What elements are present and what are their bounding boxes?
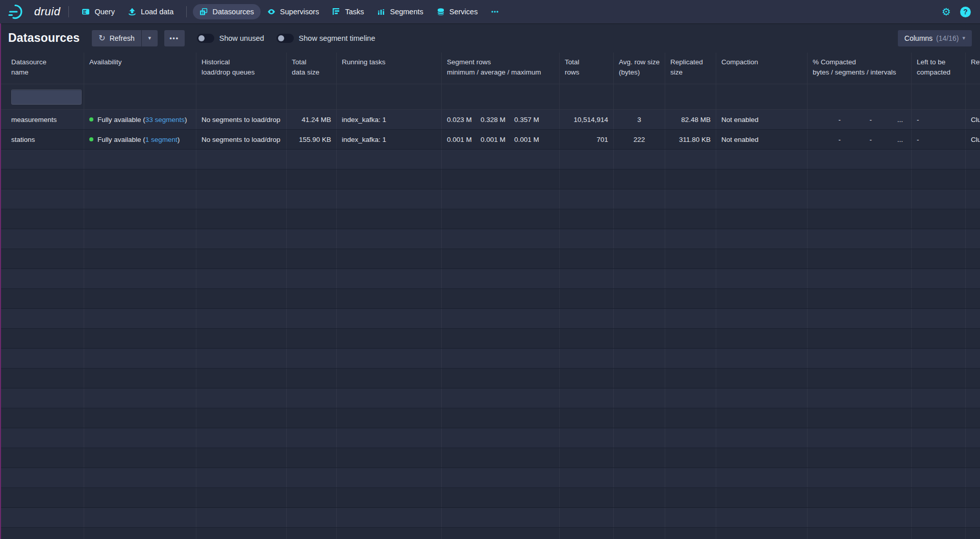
empty-cell [912, 369, 966, 388]
cell-pct-compacted: --... [808, 110, 912, 129]
column-header-retention[interactable]: Retention [966, 53, 980, 84]
column-header-line2: bytes / segments / intervals [813, 67, 906, 78]
show-unused-toggle[interactable]: Show unused [197, 34, 264, 43]
datasource-filter-input[interactable] [11, 89, 82, 105]
empty-cell [716, 428, 808, 448]
show-segment-timeline-toggle[interactable]: Show segment timeline [277, 34, 375, 43]
column-header-datasource[interactable]: Datasourcename [0, 53, 84, 84]
empty-cell [287, 408, 337, 428]
nav-divider [186, 6, 187, 17]
column-header-left-to-be[interactable]: Left to becompacted [912, 53, 966, 84]
column-header-line1: Historical [202, 57, 281, 67]
refresh-dropdown-button[interactable]: ▾ [142, 30, 158, 46]
empty-cell [196, 468, 287, 487]
empty-cell [442, 169, 560, 189]
empty-cell [287, 209, 337, 229]
empty-cell [84, 528, 196, 539]
segments-link[interactable]: 33 segments [145, 116, 185, 124]
empty-table-row [0, 229, 980, 249]
nav-item-query[interactable]: Query [75, 4, 121, 19]
empty-cell [966, 269, 980, 288]
empty-cell [665, 448, 716, 468]
toggle-label: Show unused [219, 34, 264, 42]
empty-cell [0, 329, 84, 348]
nav-item-load-data[interactable]: Load data [121, 4, 181, 19]
column-header-avg-row-size[interactable]: Avg. row size(bytes) [614, 53, 665, 84]
nav-item-datasources[interactable]: Datasources [193, 4, 260, 19]
empty-cell [442, 269, 560, 288]
cell-datasource-name[interactable]: stations [0, 130, 84, 149]
empty-cell [196, 349, 287, 368]
columns-button[interactable]: Columns (14/16) ▾ [898, 30, 972, 46]
cell-load-drop-queues: No segments to load/drop [196, 110, 287, 129]
empty-cell [287, 349, 337, 368]
empty-cell [196, 448, 287, 468]
refresh-button[interactable]: ↻ Refresh [92, 30, 141, 46]
availability-text: Fully available ( [97, 116, 145, 124]
empty-cell [912, 428, 966, 448]
empty-cell [912, 189, 966, 209]
empty-cell [337, 388, 442, 408]
column-header-availability[interactable]: Availability [84, 53, 196, 84]
empty-cell [912, 329, 966, 348]
column-header-running-tasks[interactable]: Running tasks [337, 53, 442, 84]
empty-cell [196, 269, 287, 288]
empty-cell [442, 189, 560, 209]
help-icon[interactable]: ? [960, 7, 971, 17]
toggle-label: Show segment timeline [299, 34, 375, 42]
column-header-total[interactable]: Totalrows [560, 53, 614, 84]
empty-cell [0, 488, 84, 507]
nav-item-services[interactable]: Services [430, 4, 485, 19]
empty-cell [966, 329, 980, 348]
column-header-replicated[interactable]: Replicatedsize [665, 53, 716, 84]
nav-item-tasks[interactable]: Tasks [325, 4, 370, 19]
empty-cell [665, 369, 716, 388]
empty-cell [0, 229, 84, 249]
empty-cell [716, 289, 808, 308]
empty-cell [287, 528, 337, 539]
empty-cell [442, 408, 560, 428]
column-header-historical[interactable]: Historicalload/drop queues [196, 53, 287, 84]
segment-rows-value: 0.001 M [481, 136, 514, 143]
empty-cell [287, 249, 337, 268]
empty-cell [966, 289, 980, 308]
empty-cell [442, 528, 560, 539]
empty-cell [337, 329, 442, 348]
empty-cell [912, 229, 966, 249]
console-icon [82, 8, 90, 16]
pct-compacted-value: - [813, 116, 844, 124]
empty-cell [287, 468, 337, 487]
segments-link[interactable]: 1 segment [145, 136, 178, 143]
empty-cell [912, 349, 966, 368]
column-header-line2: (bytes) [619, 67, 660, 78]
nav-item-segments[interactable]: Segments [370, 4, 430, 19]
empty-cell [966, 229, 980, 249]
empty-cell [84, 448, 196, 468]
table-body: measurementsFully available (33 segments… [0, 110, 980, 539]
more-actions-button[interactable]: ••• [164, 30, 185, 46]
nav-item-more[interactable] [484, 4, 506, 19]
empty-cell [966, 508, 980, 527]
cell-total-data-size: 155.90 KB [287, 130, 337, 149]
empty-cell [560, 448, 614, 468]
column-header-total[interactable]: Totaldata size [287, 53, 337, 84]
empty-cell [966, 468, 980, 487]
column-header--compacted[interactable]: % Compactedbytes / segments / intervals [808, 53, 912, 84]
cell-datasource-name[interactable]: measurements [0, 110, 84, 129]
settings-gear-icon[interactable]: ⚙ [942, 7, 951, 17]
column-header-segment-rows[interactable]: Segment rowsminimum / average / maximum [442, 53, 560, 84]
empty-cell [716, 209, 808, 229]
column-header-line1: Running tasks [342, 57, 436, 67]
empty-table-row [0, 528, 980, 539]
druid-logo-icon [8, 3, 30, 20]
empty-cell [560, 209, 614, 229]
empty-cell [912, 388, 966, 408]
empty-cell [614, 209, 665, 229]
empty-table-row [0, 369, 980, 388]
nav-item-supervisors[interactable]: Supervisors [261, 4, 326, 19]
column-header-compaction[interactable]: Compaction [716, 53, 808, 84]
window-edge-artifact [0, 23, 1, 539]
empty-cell [966, 408, 980, 428]
empty-cell [84, 428, 196, 448]
empty-cell [614, 189, 665, 209]
